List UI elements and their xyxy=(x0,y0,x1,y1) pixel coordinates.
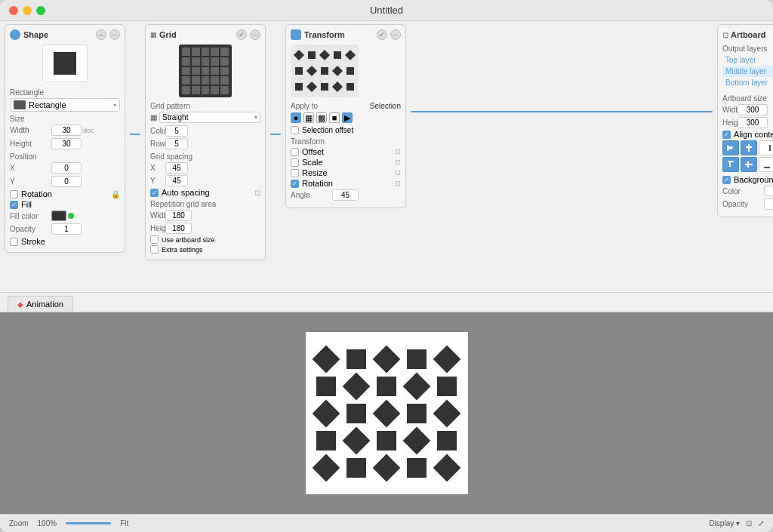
align-left[interactable] xyxy=(722,140,739,155)
minimize-button[interactable] xyxy=(23,6,32,15)
rotation-transform-label: Rotation xyxy=(302,179,333,188)
artboard-size-header: Artboard size ⊡ xyxy=(722,91,773,104)
shape-diamond-6 xyxy=(313,399,340,427)
grid-panel-title: Grid xyxy=(159,30,177,39)
grid-y-input[interactable] xyxy=(165,175,188,186)
grid-preview xyxy=(179,45,232,97)
artboard-canvas xyxy=(306,332,468,494)
window-controls[interactable] xyxy=(9,6,45,15)
columns-input[interactable] xyxy=(165,125,188,137)
svg-rect-10 xyxy=(764,167,770,168)
panels-area: Shape – ··· Rectangle Rectangle ▾ Siz xyxy=(0,21,773,293)
fill-color-label: Fill color xyxy=(10,212,51,220)
zoom-value: 100% xyxy=(38,519,57,527)
sel-offset-label: Selection offset xyxy=(302,126,353,134)
selection-label: Selection xyxy=(370,102,401,110)
rows-input[interactable] xyxy=(165,138,188,149)
tp-4 xyxy=(331,48,343,62)
fill-row: Fill xyxy=(10,200,120,209)
close-button[interactable] xyxy=(9,6,18,15)
fill-color-swatch[interactable] xyxy=(51,211,66,221)
auto-spacing-label: Auto spacing xyxy=(162,188,210,197)
shape-panel-menu[interactable]: ··· xyxy=(109,29,120,40)
stroke-checkbox[interactable] xyxy=(10,238,18,246)
opacity-label: Opacity xyxy=(10,225,51,233)
bottom-area: ◆ Animation xyxy=(0,293,773,514)
shape-panel-collapse[interactable]: – xyxy=(96,29,106,40)
opacity-input[interactable] xyxy=(51,223,82,235)
display-label[interactable]: Display ▾ xyxy=(709,519,740,527)
rep-height-input[interactable] xyxy=(165,223,192,234)
align-content-checkbox[interactable] xyxy=(722,131,731,139)
stroke-label: Stroke xyxy=(21,237,45,246)
radio-all[interactable]: ▶ xyxy=(342,112,353,123)
artboard-width-input[interactable] xyxy=(738,104,768,115)
window-icon[interactable]: ⊡ xyxy=(746,519,752,527)
grid-dot-4 xyxy=(211,48,219,56)
artboard-panel-title: Artboard xyxy=(731,30,765,39)
auto-spacing-checkbox[interactable] xyxy=(150,189,159,197)
transform-menu[interactable]: ··· xyxy=(390,29,401,40)
grid-dot-17 xyxy=(192,76,200,85)
status-bar: Zoom 100% Fit Display ▾ ⊡ ⤢ xyxy=(0,514,773,532)
radio-grid[interactable]: ▦ xyxy=(303,112,314,123)
shape-panel: Shape – ··· Rectangle Rectangle ▾ Siz xyxy=(5,24,125,253)
scale-checkbox[interactable] xyxy=(291,158,299,167)
x-input[interactable] xyxy=(51,162,82,174)
y-field-row: Y xyxy=(10,176,120,187)
tp-diamond-6 xyxy=(306,81,317,92)
rotation-transform-checkbox[interactable] xyxy=(291,180,299,188)
grid-dot-9 xyxy=(211,57,219,66)
transform-check[interactable]: ✓ xyxy=(377,29,387,40)
grid-dot-21 xyxy=(182,86,190,94)
bg-opacity-input[interactable] xyxy=(764,198,773,210)
resize-checkbox[interactable] xyxy=(291,169,299,177)
angle-input[interactable] xyxy=(332,189,359,201)
background-checkbox[interactable] xyxy=(722,176,731,184)
align-right[interactable] xyxy=(759,140,773,155)
shape-selector[interactable]: Rectangle ▾ xyxy=(10,98,120,112)
align-bottom[interactable] xyxy=(759,157,773,172)
use-artboard-checkbox[interactable] xyxy=(150,235,159,244)
maximize-button[interactable] xyxy=(36,6,45,15)
align-top[interactable] xyxy=(722,157,739,172)
transform-icon xyxy=(291,29,301,40)
rotation-checkbox[interactable] xyxy=(10,190,18,198)
grid-pattern-dropdown[interactable]: Straight ▾ xyxy=(159,112,260,123)
zoom-slider[interactable] xyxy=(66,522,111,524)
align-center-h[interactable] xyxy=(741,140,757,155)
shape-square-12 xyxy=(407,458,427,478)
grid-dot-19 xyxy=(211,76,219,85)
shape-diamond-9 xyxy=(343,426,371,454)
height-label: Height xyxy=(10,140,51,148)
fill-checkbox[interactable] xyxy=(10,201,18,209)
height-input[interactable] xyxy=(51,138,82,149)
width-input[interactable] xyxy=(51,125,82,136)
shape-diamond-2 xyxy=(373,345,401,373)
animation-tab[interactable]: ◆ Animation xyxy=(8,296,73,312)
extra-settings-checkbox[interactable] xyxy=(150,245,159,254)
offset-checkbox[interactable] xyxy=(291,148,299,156)
rotation-row: Rotation 🔒 xyxy=(10,189,120,198)
fit-label[interactable]: Fit xyxy=(120,519,128,527)
align-middle[interactable] xyxy=(741,157,757,172)
svg-rect-9 xyxy=(747,161,749,168)
fullscreen-icon[interactable]: ⤢ xyxy=(758,519,764,527)
bottom-layer[interactable]: Bottom layer xyxy=(722,77,773,88)
grid-panel-menu[interactable]: ··· xyxy=(250,29,260,40)
tp-8 xyxy=(319,63,331,78)
middle-layer[interactable]: Middle layer xyxy=(722,66,773,77)
tp-sq-5 xyxy=(346,67,354,75)
artboard-height-input[interactable] xyxy=(738,117,768,128)
top-layer[interactable]: Top layer xyxy=(722,54,773,66)
tp-diamond-7 xyxy=(332,81,343,92)
grid-panel-check[interactable]: ✓ xyxy=(236,29,247,40)
radio-each[interactable]: ■ xyxy=(329,112,340,123)
rep-width-input[interactable] xyxy=(165,210,192,221)
radio-sel[interactable]: ▩ xyxy=(316,112,327,123)
grid-x-input[interactable] xyxy=(165,162,188,174)
radio-dot[interactable]: ● xyxy=(291,112,301,123)
y-input[interactable] xyxy=(51,176,82,187)
bg-color-swatch[interactable] xyxy=(764,186,773,196)
sel-offset-checkbox[interactable] xyxy=(291,126,299,134)
